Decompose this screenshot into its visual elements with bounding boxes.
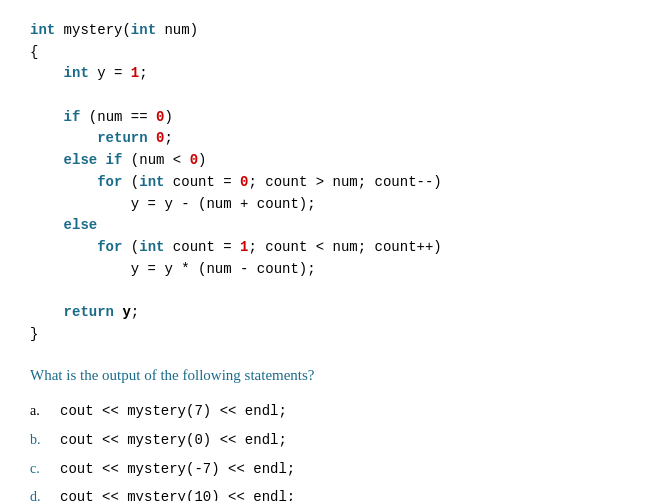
option-c: c. cout << mystery(-7) << endl; (30, 456, 626, 483)
kw-int-4: int (139, 174, 164, 190)
kw-for-2: for (97, 239, 122, 255)
kw-int-3: int (64, 65, 89, 81)
option-code-a: cout << mystery(7) << endl; (60, 398, 287, 425)
num-0c: 0 (190, 152, 198, 168)
option-label-b: b. (30, 427, 60, 454)
kw-if: if (64, 109, 81, 125)
option-code-c: cout << mystery(-7) << endl; (60, 456, 295, 483)
kw-int-5: int (139, 239, 164, 255)
num-1b: 1 (240, 239, 248, 255)
option-code-b: cout << mystery(0) << endl; (60, 427, 287, 454)
kw-return-2: return (64, 304, 114, 320)
kw-for-1: for (97, 174, 122, 190)
code-block: int mystery(int num) { int y = 1; if (nu… (30, 20, 626, 345)
option-a: a. cout << mystery(7) << endl; (30, 398, 626, 425)
kw-int-1: int (30, 22, 55, 38)
option-label-a: a. (30, 398, 60, 425)
option-label-c: c. (30, 456, 60, 483)
code-pre: int mystery(int num) { int y = 1; if (nu… (30, 20, 626, 345)
options-list: a. cout << mystery(7) << endl; b. cout <… (30, 398, 626, 501)
num-0b: 0 (156, 130, 164, 146)
option-b: b. cout << mystery(0) << endl; (30, 427, 626, 454)
option-code-d: cout << mystery(10) << endl; (60, 484, 295, 501)
option-label-d: d. (30, 484, 60, 501)
num-1: 1 (131, 65, 139, 81)
kw-else: else (64, 217, 98, 233)
kw-else-if: else if (64, 152, 123, 168)
var-y: y (122, 304, 130, 320)
num-0a: 0 (156, 109, 164, 125)
question-text: What is the output of the following stat… (30, 367, 626, 384)
kw-return-1: return (97, 130, 147, 146)
option-d: d. cout << mystery(10) << endl; (30, 484, 626, 501)
num-0d: 0 (240, 174, 248, 190)
kw-int-2: int (131, 22, 156, 38)
